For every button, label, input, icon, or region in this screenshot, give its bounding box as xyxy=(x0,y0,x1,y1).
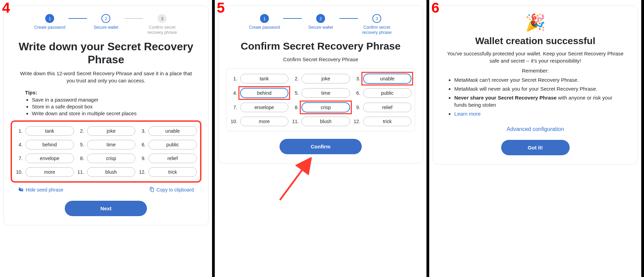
seed-word-number: 1. xyxy=(15,128,23,134)
seed-phrase-block: 1.tank2.joke3.unable4.behind5.time6.publ… xyxy=(11,121,201,182)
seed-word-chip: crisp xyxy=(87,154,136,163)
seed-word-chip: behind xyxy=(25,140,74,149)
bullet-item: Never share your Secret Recovery Phrase … xyxy=(454,94,625,108)
seed-word-number: 10. xyxy=(230,119,237,124)
seed-word-number: 1. xyxy=(230,76,237,81)
annotation-highlight: unable xyxy=(363,74,412,84)
seed-word-cell: 11.blush xyxy=(77,167,136,177)
annotation-highlight: behind xyxy=(240,88,289,98)
seed-word-cell: 6.public xyxy=(138,140,197,149)
seed-word-chip: joke xyxy=(87,126,136,136)
seed-word-number: 12. xyxy=(353,119,360,124)
confirm-button[interactable]: Confirm xyxy=(280,139,362,154)
seed-word-input[interactable]: public xyxy=(363,88,412,98)
step-connector xyxy=(283,18,302,19)
clipboard-icon xyxy=(149,187,154,193)
wizard-card: 1 Create password 2 Secure wallet 3 Conf… xyxy=(218,5,423,163)
seed-word-number: 2. xyxy=(77,128,84,134)
tip-item: Store in a safe deposit box xyxy=(32,104,187,109)
seed-word-input[interactable]: tank xyxy=(240,74,289,83)
celebration-icon: 🎉 xyxy=(441,13,630,32)
step-3-circle: 3 xyxy=(158,14,166,23)
step-1[interactable]: 1 Create password xyxy=(31,14,69,30)
seed-word-input[interactable]: trick xyxy=(363,117,412,126)
step-3[interactable]: 3 Confirm secret recovery phrase xyxy=(358,14,396,35)
hide-seed-phrase-button[interactable]: Hide seed phrase xyxy=(18,187,63,193)
seed-word-number: 3. xyxy=(353,76,360,81)
tip-item: Write down and store in multiple secret … xyxy=(32,110,187,116)
annotation-arrow-icon xyxy=(276,157,314,202)
seed-word-number: 7. xyxy=(230,105,237,110)
seed-word-cell: 8.crisp xyxy=(291,102,350,113)
seed-word-input[interactable]: crisp xyxy=(301,102,350,113)
panel-number: 5 xyxy=(217,1,225,15)
seed-word-cell: 9.relief xyxy=(138,154,197,163)
seed-word-chip: tank xyxy=(25,126,74,136)
seed-word-number: 9. xyxy=(138,156,146,161)
learn-more-link[interactable]: Learn more xyxy=(454,111,481,117)
seed-word-number: 12. xyxy=(138,169,146,175)
seed-word-input[interactable]: blush xyxy=(301,117,350,126)
step-1[interactable]: 1 Create password xyxy=(246,14,283,30)
page-title: Wallet creation successful xyxy=(441,36,630,47)
stepper: 1 Create password 2 Secure wallet 3 Conf… xyxy=(11,14,201,35)
step-3-label: Confirm secret recovery phrase xyxy=(362,25,392,35)
remember-heading: Remember: xyxy=(441,68,630,74)
panel-number: 6 xyxy=(431,1,439,15)
step-1-circle: 1 xyxy=(45,14,54,23)
seed-word-cell: 8.crisp xyxy=(77,154,136,163)
seed-word-cell: 1.tank xyxy=(15,126,74,136)
step-1-label: Create password xyxy=(249,25,280,30)
seed-word-cell: 2.joke xyxy=(77,126,136,136)
seed-word-cell: 1.tank xyxy=(230,74,289,84)
seed-word-chip: blush xyxy=(87,167,136,177)
step-2[interactable]: 2 Secure wallet xyxy=(302,14,339,30)
seed-word-cell: 5.time xyxy=(77,140,136,149)
seed-word-cell: 6.public xyxy=(353,88,412,98)
seed-word-input[interactable]: time xyxy=(301,88,350,98)
page-subtitle: Write down this 12-word Secret Recovery … xyxy=(18,70,194,84)
tips-block: Tips: Save in a password manager Store i… xyxy=(25,90,187,116)
wizard-card: 🎉 Wallet creation successful You've succ… xyxy=(433,5,638,164)
seed-word-input[interactable]: relief xyxy=(363,103,412,112)
step-3-label: Confirm secret recovery phrase xyxy=(147,25,177,35)
seed-word-cell: 7.envelope xyxy=(15,154,74,163)
svg-line-0 xyxy=(280,161,309,200)
seed-word-cell: 12.trick xyxy=(353,117,412,126)
step-3[interactable]: 3 Confirm secret recovery phrase xyxy=(143,14,181,35)
seed-word-input[interactable]: joke xyxy=(301,74,350,83)
copy-to-clipboard-button[interactable]: Copy to clipboard xyxy=(149,187,194,193)
step-2[interactable]: 2 Secure wallet xyxy=(87,14,125,30)
seed-word-input[interactable]: envelope xyxy=(240,103,289,112)
step-2-label: Secure wallet xyxy=(94,25,118,30)
annotation-highlight: crisp xyxy=(301,102,350,113)
bullet-item: MetaMask will never ask you for your Sec… xyxy=(454,85,625,92)
step-connector xyxy=(69,18,87,19)
eye-off-icon xyxy=(18,187,24,193)
panel-4: 4 1 Create password 2 Secure wallet 3 Co… xyxy=(0,0,215,277)
seed-word-input[interactable]: unable xyxy=(363,74,412,84)
next-button[interactable]: Next xyxy=(65,201,147,216)
seed-word-input[interactable]: behind xyxy=(240,88,289,98)
seed-word-chip: envelope xyxy=(25,154,74,163)
seed-word-cell: 9.relief xyxy=(353,102,412,113)
seed-word-number: 5. xyxy=(291,90,299,96)
seed-word-number: 6. xyxy=(353,90,360,96)
seed-word-cell: 12.trick xyxy=(138,167,197,177)
seed-word-chip: public xyxy=(148,140,197,149)
seed-word-chip: relief xyxy=(148,154,197,163)
wizard-card: 1 Create password 2 Secure wallet 3 Conf… xyxy=(3,5,209,225)
step-3-circle: 3 xyxy=(372,14,381,23)
step-connector xyxy=(125,18,143,19)
seed-word-input[interactable]: more xyxy=(240,117,289,126)
seed-word-cell: 11.blush xyxy=(291,117,350,126)
seed-word-chip: time xyxy=(87,140,136,149)
step-2-circle: 2 xyxy=(316,14,325,23)
got-it-button[interactable]: Got it! xyxy=(501,140,570,155)
advanced-configuration-link[interactable]: Advanced configuration xyxy=(441,126,630,132)
bullet-item: Learn more xyxy=(454,110,625,117)
seed-word-chip: trick xyxy=(148,167,197,177)
seed-word-cell: 4.behind xyxy=(15,140,74,149)
step-1-label: Create password xyxy=(34,25,65,30)
seed-word-cell: 2.joke xyxy=(291,74,350,84)
